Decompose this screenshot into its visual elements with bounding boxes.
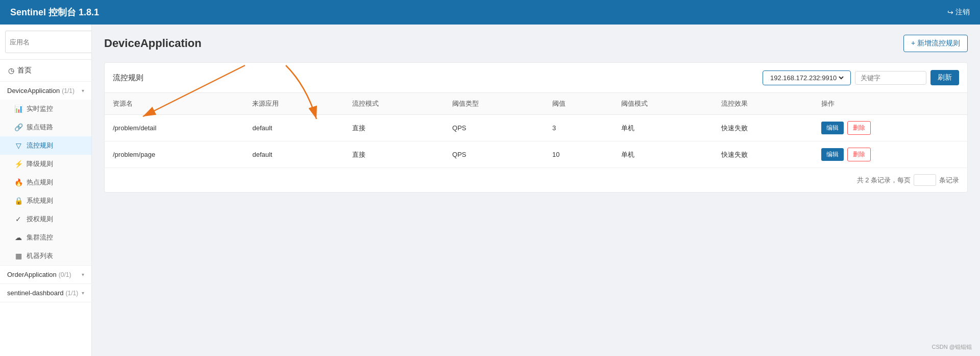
flow-rules-card: 流控规则 192.168.172.232:9910 刷新 xyxy=(104,62,968,193)
app-group-order: OrderApplication (0/1) ▾ xyxy=(0,266,91,284)
sidebar-item-flow[interactable]: ▽ 流控规则 xyxy=(0,136,91,155)
delete-button-0[interactable]: 删除 xyxy=(847,121,871,135)
cell-effect-0: 快速失败 xyxy=(713,115,813,141)
home-icon: ◷ xyxy=(8,66,14,75)
ip-select[interactable]: 192.168.172.232:9910 xyxy=(768,74,845,82)
cell-source-1: default xyxy=(244,141,344,168)
card-filters: 192.168.172.232:9910 刷新 xyxy=(763,70,959,85)
auth-icon: ✓ xyxy=(14,215,22,223)
sidebar-item-system[interactable]: 🔒 系统规则 xyxy=(0,192,91,210)
sidebar-item-chain[interactable]: 🔗 簇点链路 xyxy=(0,118,91,136)
sidebar-item-cluster[interactable]: ☁ 集群流控 xyxy=(0,228,91,247)
chevron-sentinel-icon: ▾ xyxy=(82,290,84,296)
app-group-sentinel-header[interactable]: sentinel-dashboard (1/1) ▾ xyxy=(0,284,91,302)
device-app-menu: 📊 实时监控 🔗 簇点链路 ▽ 流控规则 ⚡ 降级规则 🔥 热点规则 xyxy=(0,100,91,265)
page-title: DeviceApplication xyxy=(104,37,202,50)
col-threshold: 阈值 xyxy=(544,93,613,115)
page-header: DeviceApplication + 新增流控规则 xyxy=(104,35,968,52)
col-source: 来源应用 xyxy=(244,93,344,115)
table-body: /problem/detail default 直接 QPS 3 单机 快速失败… xyxy=(105,115,967,168)
cell-mode-1: 直接 xyxy=(344,141,444,168)
app-group-device: DeviceApplication (1/1) ▾ 📊 实时监控 🔗 簇点链路 … xyxy=(0,82,91,266)
col-effect: 流控效果 xyxy=(713,93,813,115)
cell-threshold-type-0: QPS xyxy=(444,115,544,141)
table-row: /problem/detail default 直接 QPS 3 单机 快速失败… xyxy=(105,115,967,141)
delete-button-1[interactable]: 删除 xyxy=(847,148,871,161)
col-threshold-type: 阈值类型 xyxy=(444,93,544,115)
page-size-input[interactable]: 10 xyxy=(914,174,936,186)
cell-actions-0: 编辑 删除 xyxy=(813,115,967,141)
main-layout: 搜索 ◷ 首页 DeviceApplication (1/1) ▾ 📊 实时监控 xyxy=(0,25,980,356)
app-search-input[interactable] xyxy=(5,31,92,53)
sidebar-item-realtime[interactable]: 📊 实时监控 xyxy=(0,100,91,118)
app-title: Sentinel 控制台 1.8.1 xyxy=(10,6,99,18)
col-resource: 资源名 xyxy=(105,93,244,115)
hotspot-icon: 🔥 xyxy=(14,178,22,186)
col-mode: 流控模式 xyxy=(344,93,444,115)
cell-threshold-1: 10 xyxy=(544,141,613,168)
chevron-right-icon: ▾ xyxy=(82,272,84,277)
sidebar-item-degrade[interactable]: ⚡ 降级规则 xyxy=(0,155,91,173)
sidebar-item-hotspot[interactable]: 🔥 热点规则 xyxy=(0,173,91,192)
refresh-button[interactable]: 刷新 xyxy=(930,70,959,85)
cell-effect-1: 快速失败 xyxy=(713,141,813,168)
pagination: 共 2 条记录，每页 10 条记录 xyxy=(105,168,967,192)
app-header: Sentinel 控制台 1.8.1 ↪ 注销 xyxy=(0,0,980,25)
cell-source-0: default xyxy=(244,115,344,141)
app-group-order-header[interactable]: OrderApplication (0/1) ▾ xyxy=(0,266,91,283)
footer: CSDN @锟锟锟 xyxy=(932,343,972,351)
flow-rules-table: 资源名 来源应用 流控模式 阈值类型 阈值 阈值模式 流控效果 操作 /prob xyxy=(105,93,967,168)
table-row: /problem/page default 直接 QPS 10 单机 快速失败 … xyxy=(105,141,967,168)
app-group-device-header[interactable]: DeviceApplication (1/1) ▾ xyxy=(0,82,91,100)
logout-icon: ↪ xyxy=(947,8,953,16)
main-content: DeviceApplication + 新增流控规则 流控规则 192.168.… xyxy=(92,25,980,203)
card-header: 流控规则 192.168.172.232:9910 刷新 xyxy=(105,63,967,93)
sidebar: 搜索 ◷ 首页 DeviceApplication (1/1) ▾ 📊 实时监控 xyxy=(0,25,92,356)
cell-resource-0: /problem/detail xyxy=(105,115,244,141)
cell-threshold-mode-0: 单机 xyxy=(613,115,713,141)
cell-actions-1: 编辑 删除 xyxy=(813,141,967,168)
cell-threshold-type-1: QPS xyxy=(444,141,544,168)
pagination-summary: 共 2 条记录，每页 xyxy=(857,176,911,185)
edit-button-0[interactable]: 编辑 xyxy=(821,122,844,134)
card-title: 流控规则 xyxy=(113,73,143,83)
system-icon: 🔒 xyxy=(14,197,22,205)
machine-icon: ▦ xyxy=(14,252,22,260)
col-actions: 操作 xyxy=(813,93,967,115)
chart-icon: 📊 xyxy=(14,105,22,113)
main-wrapper: DeviceApplication + 新增流控规则 流控规则 192.168.… xyxy=(92,25,980,356)
ip-filter[interactable]: 192.168.172.232:9910 xyxy=(763,70,851,85)
link-icon: 🔗 xyxy=(14,123,22,131)
cell-mode-0: 直接 xyxy=(344,115,444,141)
chevron-down-icon: ▾ xyxy=(82,88,84,93)
edit-button-1[interactable]: 编辑 xyxy=(821,148,844,161)
cell-threshold-mode-1: 单机 xyxy=(613,141,713,168)
cell-threshold-0: 3 xyxy=(544,115,613,141)
cluster-icon: ☁ xyxy=(14,233,22,242)
cell-resource-1: /problem/page xyxy=(105,141,244,168)
flow-icon: ▽ xyxy=(14,141,22,150)
col-threshold-mode: 阈值模式 xyxy=(613,93,713,115)
sidebar-item-home[interactable]: ◷ 首页 xyxy=(0,60,91,82)
add-rule-button[interactable]: + 新增流控规则 xyxy=(903,35,968,52)
sidebar-search-area: 搜索 xyxy=(0,25,91,60)
keyword-filter[interactable] xyxy=(855,71,926,85)
pagination-suffix: 条记录 xyxy=(939,176,959,185)
degrade-icon: ⚡ xyxy=(14,160,22,168)
sidebar-item-auth[interactable]: ✓ 授权规则 xyxy=(0,210,91,228)
sidebar-item-machines[interactable]: ▦ 机器列表 xyxy=(0,247,91,265)
table-header: 资源名 来源应用 流控模式 阈值类型 阈值 阈值模式 流控效果 操作 xyxy=(105,93,967,115)
app-group-sentinel: sentinel-dashboard (1/1) ▾ xyxy=(0,284,91,302)
logout-button[interactable]: ↪ 注销 xyxy=(947,8,970,17)
